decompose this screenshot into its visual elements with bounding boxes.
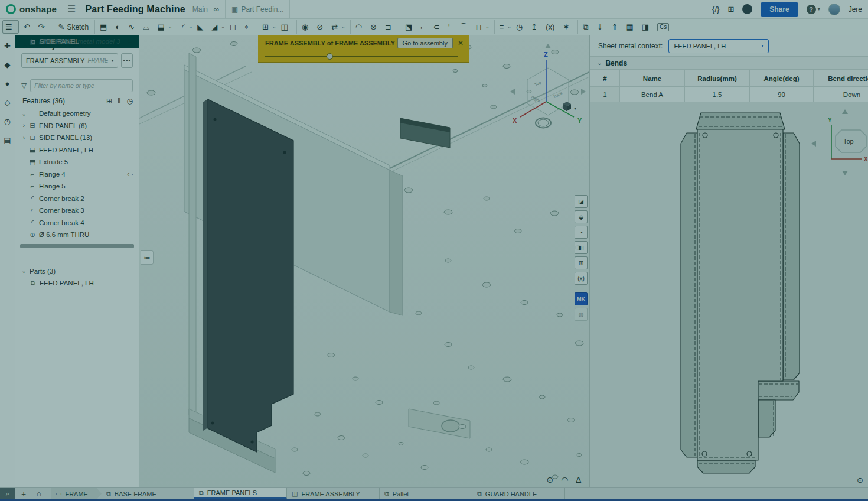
bend-angle-cell[interactable]: 90 <box>750 87 814 102</box>
tape-measure-icon[interactable]: ⊙ <box>857 476 863 484</box>
feature-item[interactable]: ⌐ Flange 4 ⇦ <box>15 168 139 181</box>
fs-expression-tool[interactable]: (x) <box>575 272 588 285</box>
view-options-button[interactable]: ▾ <box>563 102 576 111</box>
sheet-metal-model-icon[interactable]: ⬔ <box>400 20 418 34</box>
flat-pattern-view[interactable]: Y X Top ⊙ <box>590 102 868 488</box>
drawing-icon[interactable]: ▦ <box>624 20 639 34</box>
feature-item[interactable]: ⬓ FEED PANEL, LH <box>15 144 139 157</box>
flange-icon[interactable]: ⌐ <box>418 20 431 34</box>
tab-guard-handle[interactable]: ⧉ GUARD HANDLE <box>472 488 565 499</box>
fillet-icon[interactable]: ◜ ⌄ <box>177 20 195 34</box>
chamfer-icon[interactable]: ◣ <box>195 20 209 34</box>
filter-input[interactable] <box>30 79 133 92</box>
sm-convert-tool[interactable]: ◪ <box>575 195 588 208</box>
feature-item[interactable]: ⌐ Flange 5 <box>15 180 139 193</box>
protractor-icon[interactable]: ◠ <box>561 475 568 484</box>
tab-frame-panels[interactable]: ⧉ FRAME PANELS <box>194 488 287 499</box>
feature-item[interactable]: ⊕ Ø 6.6 mm THRU <box>15 229 139 241</box>
revolve-icon[interactable]: ◐ <box>113 20 126 34</box>
bom-icon[interactable]: ▤ <box>4 136 11 145</box>
bend-name-cell[interactable]: Bend A <box>620 87 685 102</box>
document-tab[interactable]: ▣ Part Feedin... <box>225 0 290 19</box>
context-opacity-slider[interactable] <box>265 54 464 60</box>
delete-part-icon[interactable]: ⊗ <box>368 20 383 34</box>
feature-item[interactable]: ◜ Corner break 3 <box>15 204 139 217</box>
mass-properties-icon[interactable]: ∆ <box>576 475 581 484</box>
rollback-bar[interactable] <box>20 244 134 248</box>
sketch-button[interactable]: ✎ Sketch <box>53 20 92 34</box>
configurations-icon[interactable]: ≡ ⌄ <box>494 20 514 34</box>
render-tool[interactable]: ◍ <box>575 308 588 321</box>
history-icon[interactable]: ◷ <box>4 117 11 126</box>
variables-icon[interactable]: (x) <box>543 20 560 34</box>
tree-chevron-icon[interactable]: ⌄ <box>20 110 28 117</box>
move-face-icon[interactable]: ⊐ <box>383 20 397 34</box>
go-to-assembly-button[interactable]: Go to assembly <box>397 38 453 48</box>
hole-icon[interactable]: ⌖ <box>242 20 254 34</box>
comment-icon[interactable]: ● <box>5 79 10 88</box>
parts-section-header[interactable]: ⌄ Parts (3) <box>15 265 139 278</box>
features-toggle-icon[interactable]: ☰ <box>2 20 19 34</box>
tree-chevron-icon[interactable]: ⌄ <box>20 268 28 274</box>
loft-icon[interactable]: ⌓ <box>141 20 155 34</box>
screenshot-tool-icon[interactable]: ⌕ <box>0 488 15 500</box>
graphics-viewport[interactable]: Top Right Back Z X Y ▾ FRAME ASSEMBLY of… <box>139 35 589 487</box>
code-braces-icon[interactable]: {/} <box>712 5 719 14</box>
feature-item[interactable]: › ⊟ END PANEL (6) <box>15 120 139 132</box>
grab-cube-tool[interactable]: ◔ <box>575 226 588 239</box>
new-tab-button[interactable]: ＋ <box>17 489 31 499</box>
section-view-tool[interactable]: ◧ <box>575 241 588 254</box>
sm-corner-icon[interactable]: ⌜ <box>446 20 458 34</box>
sm-utilities-icon[interactable]: ⊓ ⌄ <box>474 20 492 34</box>
new-folder-icon[interactable]: ⊞ <box>106 97 112 105</box>
insert-part-icon[interactable]: ✚ <box>4 41 11 50</box>
feature-item[interactable]: ⌄ Default geometry <box>15 108 139 120</box>
workspace-branch[interactable]: Main <box>192 5 208 14</box>
publish-icon[interactable]: ↥ <box>528 20 543 34</box>
tree-chevron-icon[interactable]: › <box>20 122 28 129</box>
context-more-button[interactable]: ••• <box>121 53 133 68</box>
rollback-timer-icon[interactable]: ◷ <box>127 97 133 105</box>
versions-icon[interactable]: ◷ <box>514 20 528 34</box>
split-icon[interactable]: ⊘ <box>314 20 329 34</box>
assembly-context-dropdown[interactable]: FRAME ASSEMBLY FRAME ▾ <box>21 53 118 68</box>
export-icon[interactable]: ⇑ <box>609 20 624 34</box>
tab-frame-assembly[interactable]: ◫ FRAME ASSEMBLY <box>287 488 380 499</box>
bends-section-header[interactable]: ⌄ Bends <box>590 57 868 70</box>
help-menu[interactable]: ? ▾ <box>807 5 820 14</box>
undo-icon[interactable]: ↶ <box>21 20 36 34</box>
shell-icon[interactable]: ◻ <box>227 20 242 34</box>
bend-icon[interactable]: ⌒ <box>458 20 474 34</box>
ai-assistant-icon[interactable] <box>742 4 752 14</box>
import-icon[interactable]: ⇓ <box>595 20 609 34</box>
pattern-tool[interactable]: ⊞ <box>575 256 588 269</box>
app-store-icon[interactable]: ⊞ <box>727 5 734 14</box>
tab-frame[interactable]: ▭ FRAME <box>51 488 102 499</box>
home-icon[interactable]: ⌂ <box>32 489 46 498</box>
extrude-icon[interactable]: ⬒ <box>94 20 113 34</box>
tab-pallet[interactable]: ⧉ Pallet <box>380 488 472 499</box>
release-icon[interactable]: ◨ <box>639 20 655 34</box>
tree-chevron-icon[interactable]: › <box>20 135 28 141</box>
named-views-tool[interactable]: ⬙ <box>575 210 588 223</box>
sheet-metal-context-dropdown[interactable]: FEED PANEL, LH ▾ <box>668 39 769 53</box>
mk-custom-tool[interactable]: MK <box>575 292 588 305</box>
derived-icon[interactable]: ⧉ <box>577 20 594 34</box>
feature-item[interactable]: ◜ Corner break 4 <box>15 217 139 229</box>
appearance-icon[interactable]: ◆ <box>5 60 11 69</box>
user-avatar[interactable] <box>828 4 840 15</box>
share-button[interactable]: Share <box>761 2 798 17</box>
menu-icon[interactable]: ☰ <box>67 4 76 15</box>
transform-icon[interactable]: ⇄ ⌄ <box>329 20 348 34</box>
tape-measure-icon[interactable]: ⊙ <box>546 475 553 484</box>
onshape-logo[interactable]: onshape <box>6 4 57 14</box>
bend-row[interactable]: 1 Bend A 1.5 90 Down <box>590 87 868 102</box>
part-item[interactable]: ⧉ FEED PANEL, LH <box>15 277 139 289</box>
bend-direction-cell[interactable]: Down <box>814 87 868 102</box>
modify-fillet-icon[interactable]: ◠ <box>350 20 368 34</box>
tab-base-frame[interactable]: ⧉ BASE FRAME <box>102 488 194 499</box>
link-icon[interactable]: ∞ <box>214 5 219 14</box>
thicken-icon[interactable]: ⬓ ⌄ <box>155 20 174 34</box>
feature-item[interactable]: ⬒ Extrude 5 <box>15 156 139 168</box>
sweep-icon[interactable]: ∿ <box>126 20 141 34</box>
